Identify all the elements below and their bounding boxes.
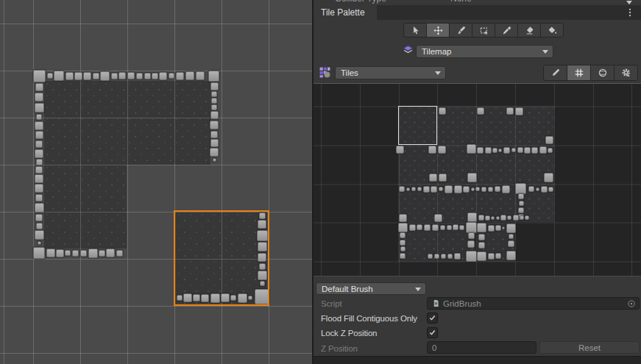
tile-sprite — [35, 83, 43, 91]
tile-sprite — [539, 146, 547, 154]
tile-sprite — [496, 216, 500, 220]
tile-sprite — [447, 254, 453, 259]
tile-sprite — [508, 240, 514, 247]
tilemap-fill-region — [44, 165, 127, 249]
tile-sprite — [466, 251, 477, 262]
grid-icon — [574, 68, 584, 78]
tile-sprite — [210, 82, 219, 90]
tab-tile-palette[interactable]: Tile Palette — [314, 5, 377, 20]
gear-edit-icon — [621, 68, 631, 78]
tile-sprite — [468, 232, 475, 239]
object-picker-icon[interactable] — [627, 299, 636, 308]
tile-sprite — [211, 91, 217, 97]
tile-sprite — [495, 253, 501, 259]
tile-sprite — [439, 174, 447, 182]
reset-button[interactable]: Reset — [539, 341, 640, 354]
tile-sprite — [211, 98, 217, 104]
tile-sprite — [536, 188, 539, 191]
flood-fill-checkbox[interactable] — [427, 313, 438, 324]
z-position-label: Z Position — [321, 343, 358, 354]
tile-sprite — [471, 188, 475, 191]
tile-sprite — [213, 158, 216, 162]
tile-sprite — [520, 215, 524, 220]
move-tool-button[interactable] — [426, 23, 450, 38]
window-footer — [314, 356, 641, 364]
tile-sprite — [518, 207, 524, 213]
script-value: GridBrush — [443, 299, 481, 308]
edit-palette-button[interactable] — [543, 65, 567, 81]
tile-sprite — [429, 174, 437, 182]
tile-sprite — [428, 146, 436, 154]
picker-tool-button[interactable] — [495, 23, 518, 38]
tile-sprite — [417, 224, 422, 230]
tile-sprite — [518, 193, 524, 199]
tile-sprite — [210, 139, 219, 147]
brush-dropdown-value: Default Brush — [322, 285, 373, 293]
tile-sprite — [467, 213, 477, 222]
tile-sprite — [176, 72, 184, 80]
tile-sprite — [511, 148, 516, 152]
tile-sprite — [500, 215, 506, 221]
tile-sprite — [36, 223, 43, 229]
pencil-icon — [550, 68, 561, 78]
palette-settings-button[interactable] — [614, 65, 638, 81]
tile-sprite — [515, 183, 526, 194]
tile-sprite — [399, 214, 407, 222]
tile-sprite — [38, 241, 41, 245]
tile-sprite — [65, 72, 74, 80]
tile-tools-group — [403, 23, 564, 38]
tile-sprite — [93, 73, 99, 79]
tile-sprite — [210, 148, 219, 157]
kebab-menu-icon[interactable] — [625, 7, 635, 18]
gizmos-button[interactable] — [590, 65, 615, 81]
tile-sprite — [459, 225, 464, 230]
paint-bucket-icon — [548, 26, 557, 35]
tile-sprite — [35, 121, 43, 130]
tile-sprite — [54, 71, 64, 81]
tilemap-dropdown-value: Tilemap — [422, 47, 451, 56]
lock-z-checkbox[interactable] — [427, 327, 438, 338]
tile-sprite — [35, 194, 43, 201]
paintbrush-tool-button[interactable] — [449, 23, 472, 38]
palette-viewport[interactable] — [314, 83, 641, 276]
tile-sprite — [447, 225, 452, 230]
tile-sprite — [502, 185, 510, 193]
z-position-value: 0 — [432, 343, 436, 352]
tile-sprite — [65, 250, 71, 256]
tile-sprite — [531, 147, 538, 154]
tile-sprite — [488, 225, 495, 232]
tile-sprite — [80, 250, 87, 257]
tile-sprite — [35, 93, 43, 101]
select-tool-button[interactable] — [403, 23, 427, 38]
tile-sprite — [47, 73, 53, 79]
tile-sprite — [428, 254, 433, 259]
tile-sprite — [495, 186, 500, 192]
tile-sprite — [400, 246, 406, 251]
tilemap-dropdown[interactable]: Tilemap — [416, 45, 553, 58]
tile-sprite — [466, 222, 477, 233]
flood-fill-tool-button[interactable] — [540, 23, 564, 38]
box-select-icon — [479, 26, 489, 35]
tile-sprite — [431, 186, 437, 193]
tile-sprite — [477, 223, 486, 232]
tile-sprite — [400, 253, 406, 259]
tile-sprite — [72, 250, 79, 257]
toggle-grid-button[interactable] — [567, 65, 591, 81]
tile-sprite — [127, 72, 135, 79]
box-fill-tool-button[interactable] — [472, 23, 495, 38]
tile-sprite — [502, 226, 505, 229]
tile-sprite — [519, 201, 524, 206]
collider-type-row: Collider Type None — [314, 0, 641, 5]
inspector-clipped-row: Collider Type None — [314, 0, 641, 5]
brush-dropdown[interactable]: Default Brush — [316, 282, 426, 295]
tile-sprite — [506, 224, 516, 233]
tile-sprite — [463, 186, 470, 193]
palette-dropdown[interactable]: Tiles — [335, 66, 446, 79]
script-object-field[interactable]: GridBrush — [427, 297, 640, 310]
tile-sprite — [503, 147, 510, 154]
scene-view[interactable] — [0, 0, 312, 364]
eraser-tool-button[interactable] — [517, 23, 541, 38]
tile-sprite — [116, 250, 123, 257]
z-position-field[interactable]: 0 — [427, 341, 536, 354]
tilemap-fill-region — [44, 81, 210, 165]
